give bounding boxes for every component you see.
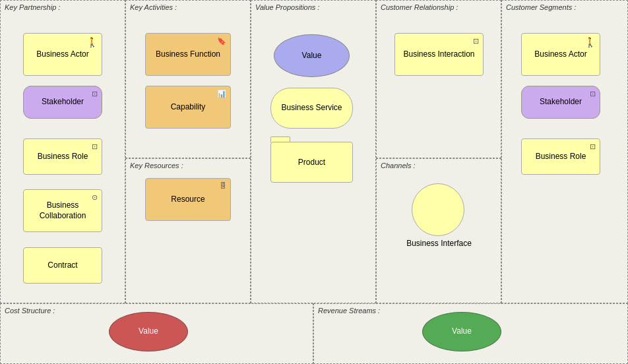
business-interaction-label: Business Interaction (403, 49, 474, 60)
section-label-channels: Channels : (381, 162, 416, 169)
person-icon-right: 🚶 (584, 36, 596, 48)
toggle-icon-interaction: ⊡ (473, 36, 479, 46)
section-label-customer-segments: Customer Segments : (506, 3, 576, 11)
business-actor-right[interactable]: Business Actor 🚶 (521, 33, 600, 76)
business-interface[interactable] (412, 183, 464, 236)
revenue-value-label: Value (452, 326, 472, 337)
capability-label: Capability (171, 102, 206, 113)
product-box: Product (270, 142, 353, 183)
toggle-icon-stakeholder-right: ⊡ (590, 89, 596, 98)
stakeholder-right[interactable]: Stakeholder ⊡ (521, 86, 600, 119)
business-function[interactable]: Business Function 🔖 (145, 33, 231, 76)
stakeholder-right-label: Stakeholder (540, 97, 582, 107)
business-actor-left-label: Business Actor (36, 49, 88, 60)
business-role-right[interactable]: Business Role ⊡ (521, 138, 600, 175)
business-interface-label: Business Interface (394, 239, 484, 248)
chart-icon: 📊 (217, 89, 226, 98)
contract[interactable]: Contract (23, 247, 102, 284)
section-label-revenue-streams: Revenue Streams : (318, 307, 380, 315)
canvas: Key Partnership : Key Activities : Key R… (0, 0, 628, 364)
toggle-icon-role-right: ⊡ (590, 142, 596, 151)
business-actor-right-label: Business Actor (534, 49, 586, 60)
value-ellipse[interactable]: Value (274, 34, 350, 77)
section-key-activities: Key Activities : (125, 0, 251, 158)
business-role-left-label: Business Role (38, 152, 88, 162)
section-customer-relationship: Customer Relationship : (376, 0, 501, 158)
section-label-value-propositions: Value Propositions : (255, 3, 319, 11)
resource-label: Resource (171, 195, 204, 205)
product[interactable]: Product (270, 142, 353, 183)
cost-value-label: Value (139, 326, 158, 337)
section-label-customer-relationship: Customer Relationship : (381, 3, 458, 11)
section-label-key-resources: Key Resources : (130, 162, 183, 169)
cost-value[interactable]: Value (109, 312, 188, 351)
contract-label: Contract (47, 260, 77, 271)
collab-icon: ⊙ (92, 193, 98, 202)
business-collaboration[interactable]: Business Collaboration ⊙ (23, 189, 102, 232)
resource[interactable]: Resource 🗄 (145, 178, 231, 221)
capability[interactable]: Capability 📊 (145, 86, 231, 129)
section-label-cost-structure: Cost Structure : (5, 307, 55, 315)
business-service[interactable]: Business Service (270, 88, 353, 129)
business-service-label: Business Service (281, 103, 342, 113)
section-label-key-partnership: Key Partnership : (5, 3, 60, 11)
business-interaction[interactable]: Business Interaction ⊡ (394, 33, 484, 76)
business-function-label: Business Function (156, 49, 220, 60)
stakeholder-left[interactable]: Stakeholder ⊡ (23, 86, 102, 119)
stakeholder-left-label: Stakeholder (42, 97, 84, 107)
business-collaboration-label: Business Collaboration (40, 200, 86, 221)
toggle-icon-stakeholder-left: ⊡ (92, 89, 98, 98)
bookmark-icon: 🔖 (217, 36, 226, 46)
business-role-left[interactable]: Business Role ⊡ (23, 138, 102, 175)
business-actor-left[interactable]: Business Actor 🚶 (23, 33, 102, 76)
business-role-right-label: Business Role (536, 152, 586, 162)
db-icon: 🗄 (220, 181, 226, 190)
section-label-key-activities: Key Activities : (130, 3, 177, 11)
person-icon-left: 🚶 (86, 36, 98, 48)
value-ellipse-label: Value (302, 51, 322, 61)
revenue-value[interactable]: Value (422, 312, 501, 351)
product-label: Product (298, 158, 325, 167)
toggle-icon-role-left: ⊡ (92, 142, 98, 151)
